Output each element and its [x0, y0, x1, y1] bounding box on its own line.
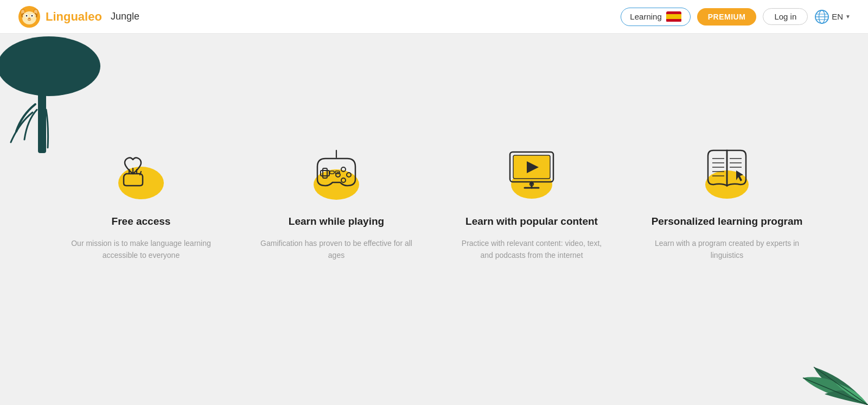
leaf-decoration-icon: [770, 334, 868, 405]
language-selector[interactable]: EN ▼: [814, 9, 851, 24]
main-content: Free access Our mission is to make langu…: [0, 34, 868, 405]
globe-icon: [814, 9, 829, 24]
logo-text: Lingualeo: [46, 10, 102, 24]
learn-playing-title: Learn while playing: [289, 215, 384, 229]
learn-playing-desc: Gamification has proven to be effective …: [260, 237, 412, 262]
svg-point-8: [26, 15, 28, 16]
personalized-title: Personalized learning program: [652, 215, 803, 229]
book-cursor-icon: [697, 142, 757, 202]
header-left: Lingualeo Jungle: [17, 5, 139, 29]
features-section: Free access Our mission is to make langu…: [0, 34, 868, 294]
free-access-desc: Our mission is to make language learning…: [65, 237, 217, 262]
popular-content-title: Learn with popular content: [465, 215, 598, 229]
feature-card-personalized: Personalized learning program Learn with…: [629, 142, 825, 261]
popular-content-desc: Practice with relevant content: video, t…: [456, 237, 608, 262]
header: Lingualeo Jungle Learning PREMIUM Log in: [0, 0, 868, 34]
feature-card-free-access: Free access Our mission is to make langu…: [43, 142, 239, 261]
feature-card-learn-playing: Learn while playing Gamification has pro…: [239, 142, 434, 261]
feature-card-popular-content: Learn with popular content Practice with…: [434, 142, 629, 261]
learning-label: Learning: [630, 12, 661, 21]
chevron-down-icon: ▼: [845, 14, 851, 20]
login-button[interactable]: Log in: [763, 8, 808, 25]
premium-button[interactable]: PREMIUM: [697, 8, 757, 26]
video-screen-icon: [502, 142, 561, 202]
lang-label: EN: [832, 12, 843, 21]
free-access-icon: [111, 142, 171, 202]
learning-button[interactable]: Learning: [621, 8, 690, 26]
personalized-desc: Learn with a program created by experts …: [651, 237, 803, 262]
svg-point-10: [28, 17, 31, 19]
free-access-title: Free access: [112, 215, 171, 229]
spain-flag-icon: [666, 11, 681, 22]
jungle-label: Jungle: [111, 11, 139, 22]
logo[interactable]: Lingualeo: [17, 5, 102, 29]
logo-icon: [17, 5, 41, 29]
gamepad-icon: [307, 142, 366, 202]
svg-point-9: [31, 15, 33, 16]
header-right: Learning PREMIUM Log in EN ▼: [621, 8, 851, 26]
